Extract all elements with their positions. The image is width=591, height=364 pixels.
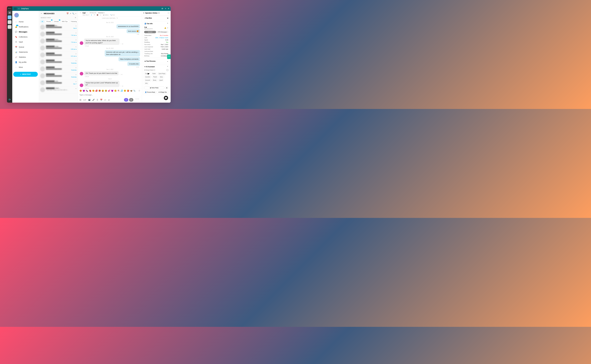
filter-all[interactable]: All [40, 20, 45, 23]
mention-icon[interactable]: @ [108, 99, 110, 101]
sort-label[interactable]: NEWEST FIRST [41, 17, 51, 19]
menu-icon[interactable]: ≡ [168, 7, 169, 10]
emoji-option[interactable]: 😈 [111, 90, 113, 92]
conversation-item[interactable]: ████████ ████████████████ ✕ Yesterday [39, 58, 78, 65]
price-icon[interactable]: 🏷 [104, 99, 106, 101]
emoji-option[interactable]: 😛 [102, 90, 104, 92]
sidebar-item-collections[interactable]: 🔖Collections [13, 34, 38, 39]
emoji-option[interactable]: 💋 [95, 90, 98, 92]
gallery-link[interactable]: ▦ Gallery [103, 14, 108, 16]
conversation-item[interactable]: ████████ ████████████████ ✕ Yesterday [39, 72, 78, 79]
filter-pinned[interactable]: Pinned1 [45, 20, 52, 23]
sidebar-item-statistics[interactable]: 📈Statistics [13, 55, 38, 60]
message-input[interactable] [79, 94, 140, 96]
conversation-item[interactable]: ████████ liam… ████████████████ ✕ 7:24 a… [39, 38, 78, 45]
ai-spicy-button[interactable]: Spicy [159, 76, 164, 78]
flag-icon[interactable]: ⚑ [94, 14, 95, 16]
emoji-option[interactable]: 🦋 [130, 90, 132, 92]
conversation-item[interactable]: ████████ ████████████████ ✕ Yesterday [39, 65, 78, 72]
mic-icon[interactable]: 🎤 [92, 99, 95, 101]
ai-bump-button[interactable]: Bump [152, 79, 157, 82]
emoji-option[interactable]: 🥵 [98, 90, 101, 92]
emoji-option[interactable]: 😂 [105, 90, 107, 92]
emoji-option[interactable]: 🍓 [89, 90, 91, 92]
tab-ppv-messages[interactable]: PPV Messages [157, 31, 169, 33]
message-actions[interactable]: ♡ ✉ [120, 85, 123, 87]
tab-thumbnail-icon[interactable] [14, 7, 17, 10]
refresh-icon[interactable]: ⟳ [162, 7, 163, 10]
close-icon[interactable]: ✕ [75, 67, 77, 69]
chat-back-icon[interactable]: ← [79, 12, 82, 14]
persona-reply-button[interactable]: 👤 Persona Reply [144, 91, 156, 94]
ai-bullet-button[interactable]: Bullet [151, 72, 157, 75]
video-icon[interactable]: 📹 [88, 99, 91, 101]
ai-upsell-button[interactable]: Upsell [158, 79, 164, 82]
status-reply-extra-button[interactable]: ▦ [165, 86, 169, 89]
plus-icon[interactable]: + [165, 7, 166, 10]
sidebar-item-notifications[interactable]: 🔔12Notifications [13, 24, 38, 29]
filter-following[interactable]: Following [70, 20, 78, 23]
mute-icon[interactable]: 🔇 [97, 14, 98, 16]
ai-magic-box-button[interactable]: ✦ AI Magic Box [157, 91, 169, 94]
new-post-button[interactable]: + NEW POST [13, 72, 38, 77]
image-icon[interactable]: 🖼 [79, 99, 81, 101]
star-icon[interactable]: ★ [91, 14, 92, 16]
ai-ppv-button[interactable]: PPV [144, 82, 149, 85]
ai-smart-send-toggle[interactable] [167, 69, 168, 71]
emoji-option[interactable]: 😈 [83, 90, 85, 92]
note-field[interactable]: Leave your note here... ✎ [78, 17, 142, 20]
rail-app-icon[interactable]: 🤖 [8, 11, 12, 14]
emoji-option[interactable]: 💕 [108, 90, 110, 92]
export-icon[interactable]: ↗ [70, 13, 71, 14]
close-icon[interactable]: ✕ [75, 60, 77, 62]
close-icon[interactable]: ✕ [75, 81, 77, 83]
rail-avatar-1[interactable] [8, 15, 12, 19]
emoji-option[interactable]: 💦 [121, 90, 123, 92]
tag-icon[interactable]: 🏷 [100, 14, 101, 16]
ai-engage-button[interactable]: Engage [144, 72, 151, 75]
sidebar-item-my-profile[interactable]: 👤My profile [13, 60, 38, 65]
rail-avatar-3[interactable] [8, 25, 12, 29]
help-tab[interactable]: ? [167, 54, 171, 59]
emoji-picker[interactable]: 😍😈🍆🍓😘💋🥵😛😂💕😈😋🍭💦😊🍑🦋📎⏱ [78, 89, 142, 93]
send-button[interactable]: SEND [134, 98, 140, 102]
conversation-item[interactable]: ████████ ████████████████ ✕ 7:42 am ● [39, 31, 78, 38]
emoji-option[interactable]: 😋 [114, 90, 117, 92]
close-icon[interactable]: ✕ [75, 46, 77, 48]
search-icon[interactable]: 🔍 [72, 13, 74, 14]
sidebar-item-more[interactable]: ⋯More [13, 65, 38, 70]
schedule-icon[interactable]: 📅 [100, 99, 103, 101]
messages-back-icon[interactable]: ← [40, 12, 43, 15]
close-icon[interactable]: ✕ [75, 25, 77, 27]
close-icon[interactable]: ✕ [75, 39, 77, 41]
ai-send-button[interactable]: ✦ [124, 98, 128, 102]
conversation-item[interactable]: ████████ charl… · hey baby, whats your k… [39, 86, 78, 93]
emoji-option[interactable]: 😊 [124, 90, 126, 92]
notify-icon[interactable]: 🔔 [164, 27, 166, 29]
find-link[interactable]: 🔍 Find [110, 14, 115, 16]
attachment-icon[interactable]: 📎 [133, 90, 136, 92]
collapse-icon[interactable]: ⇲ [167, 17, 168, 19]
language-select[interactable]: Ukrainian ▾ [98, 12, 104, 13]
chevron-up-icon[interactable]: ⌃ [167, 23, 168, 25]
emoji-option[interactable]: 🍆 [86, 90, 88, 92]
close-icon[interactable]: ✕ [75, 53, 77, 55]
refresh-fan-icon[interactable]: ⟳ [167, 27, 168, 29]
user-avatar[interactable] [14, 13, 19, 17]
ai-playful-button[interactable]: Playful [152, 76, 158, 78]
vault-icon[interactable]: 🗄 [97, 99, 98, 101]
edit-name-icon[interactable]: ✎ [86, 12, 88, 14]
sidebar-item-queue[interactable]: 📅Queue [13, 45, 38, 50]
tab-general[interactable]: General [144, 31, 156, 33]
conversation-item[interactable]: ████████ zzap… ████████████████ ✕ 6:36 a… [39, 45, 78, 52]
ai-question-button[interactable]: Question [144, 76, 151, 78]
chevron-down-icon[interactable]: ⌄ [167, 60, 168, 62]
conversation-item[interactable]: ████████ onic ████████████████ ✕ Dec 7 [39, 79, 78, 86]
gif-icon[interactable]: GIF [83, 99, 86, 101]
sidebar-item-vault[interactable]: 🗄Vault [13, 39, 38, 45]
compose-icon[interactable]: + [75, 13, 76, 14]
sort-icon[interactable]: ⚙ [75, 17, 76, 19]
sidebar-item-home[interactable]: ⌂Home [13, 19, 38, 24]
support-chat-fab[interactable]: 💬 [164, 96, 168, 100]
sidebar-item-statements[interactable]: 📊Statements [13, 50, 38, 55]
